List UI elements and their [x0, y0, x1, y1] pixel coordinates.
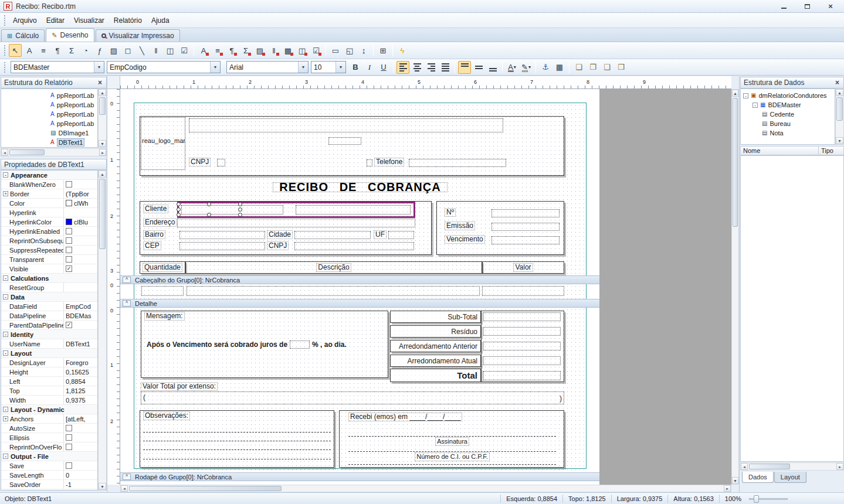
- font-color-button[interactable]: A▾: [506, 61, 518, 74]
- quantidade-header-cell[interactable]: Quantidade: [140, 261, 185, 274]
- property-width[interactable]: Width0,9375: [1, 396, 97, 405]
- shape-tool[interactable]: ◻: [121, 44, 134, 57]
- property-datapipeline[interactable]: DataPipelineBDEMas: [1, 311, 97, 321]
- report-tree-hscrollbar[interactable]: ◂ ▸: [1, 148, 107, 156]
- band-bar-group-header[interactable]: ^ Cabeçalho do Grupo[0]: NrCobranca: [120, 275, 599, 284]
- selection-handle[interactable]: [238, 207, 242, 212]
- scrollbar-thumb[interactable]: [9, 149, 45, 155]
- property-checkbox[interactable]: [66, 228, 72, 234]
- data-field-combo[interactable]: EmpCodigo ▾: [107, 61, 221, 73]
- font-name-combo[interactable]: Arial ▾: [226, 61, 309, 73]
- menu-arquivo[interactable]: Arquivo: [8, 14, 42, 27]
- tab-visualizar-impressao[interactable]: Visualizar Impressao: [96, 29, 180, 42]
- vencimento-label[interactable]: Vencimento: [445, 235, 485, 244]
- tab-calculo[interactable]: ⊞Cálculo: [1, 29, 45, 42]
- cliente-nome2-field[interactable]: [296, 205, 411, 214]
- dbtext-tool[interactable]: A: [197, 44, 210, 57]
- scroll-down-icon[interactable]: ▼: [99, 140, 106, 147]
- property-blankwhenzero[interactable]: BlankWhenZero: [1, 180, 97, 189]
- property-checkbox[interactable]: [66, 434, 72, 441]
- richtext-tool[interactable]: ¶: [51, 44, 64, 57]
- arredondamento-atual-field[interactable]: [483, 356, 561, 365]
- property-saveorder[interactable]: SaveOrder-1: [1, 480, 97, 489]
- property-left[interactable]: Left0,8854: [1, 377, 97, 386]
- scroll-up-icon[interactable]: ▲: [836, 89, 843, 96]
- column-tipo[interactable]: Tipo: [819, 146, 844, 155]
- design-surface[interactable]: reau_logo_mar CNPJ Telefone RECIBO DE CO…: [120, 89, 731, 485]
- expand-icon[interactable]: +: [3, 191, 8, 196]
- arredondamento-atual-cell[interactable]: Arredondamento Atual: [390, 355, 481, 367]
- scroll-up-icon[interactable]: ▲: [732, 90, 738, 97]
- selection-handle[interactable]: [238, 213, 242, 217]
- property-parentdatapipeline[interactable]: ParentDataPipeline✓: [1, 321, 97, 330]
- minimize-button[interactable]: [776, 2, 791, 11]
- valor-extenso-label[interactable]: Valor Total por extenso:: [141, 382, 218, 391]
- close-icon[interactable]: ×: [97, 80, 103, 86]
- dbchart-tool[interactable]: ◫: [296, 44, 309, 57]
- property-resetgroup[interactable]: ResetGroup: [1, 283, 97, 292]
- juros-text-label[interactable]: Após o Vencimento será cobrado juros de: [147, 340, 287, 349]
- selection-handle[interactable]: [238, 202, 242, 206]
- property-hyperlinkcolor[interactable]: HyperlinkColorclBlu: [1, 217, 97, 227]
- scroll-right-icon[interactable]: ▸: [836, 463, 843, 470]
- observacoes-line[interactable]: [143, 432, 331, 433]
- property-group-calculations[interactable]: -Calculations: [1, 274, 97, 283]
- close-icon[interactable]: ×: [834, 80, 840, 86]
- property-group-layout[interactable]: -Layout: [1, 349, 97, 358]
- cep-label[interactable]: CEP: [143, 241, 161, 250]
- valign-top-button[interactable]: [458, 61, 471, 74]
- data-tree-item-dmrelatoriocondutores[interactable]: -▣dmRelatorioCondutores: [741, 91, 835, 100]
- report-tree-item-ppreportlab[interactable]: AppReportLab: [1, 91, 97, 100]
- numero-label[interactable]: Nº: [445, 208, 456, 217]
- emissao-label[interactable]: Emissão: [445, 222, 475, 230]
- company-address-field[interactable]: [328, 137, 361, 145]
- collapse-icon[interactable]: -: [743, 93, 748, 98]
- assinatura-label[interactable]: Assinatura: [435, 437, 469, 446]
- image-tool[interactable]: ▨: [107, 44, 120, 57]
- property-group-output-file[interactable]: -Output - File: [1, 452, 97, 461]
- region-tool[interactable]: ▭: [329, 44, 342, 57]
- toolbar-grip[interactable]: [4, 45, 6, 56]
- band-collapse-icon[interactable]: ^: [123, 300, 131, 307]
- variable-tool[interactable]: ƒ: [93, 44, 106, 57]
- anchor-button[interactable]: ⚓: [539, 61, 552, 74]
- highlight-color-button[interactable]: ✎▾: [520, 61, 533, 74]
- system-variable-tool[interactable]: ◔: [79, 44, 92, 57]
- data-tree-item-bureau[interactable]: ▤Bureau: [741, 119, 835, 128]
- send-to-back-button[interactable]: ❐: [587, 61, 599, 74]
- observacoes-line[interactable]: [143, 449, 331, 450]
- field-list[interactable]: [740, 155, 844, 462]
- scroll-left-icon[interactable]: ◂: [741, 463, 748, 470]
- bairro-label[interactable]: Bairro: [143, 230, 165, 239]
- detail-descricao-field[interactable]: [187, 286, 480, 296]
- chevron-down-icon[interactable]: ▾: [298, 62, 308, 73]
- observacoes-line[interactable]: [143, 459, 331, 459]
- tab-desenho[interactable]: ✎Desenho: [46, 28, 94, 42]
- residuo-field[interactable]: [483, 327, 561, 336]
- company-cnpj-field[interactable]: [217, 159, 225, 166]
- canvas-hscrollbar[interactable]: ◂ ▸: [120, 485, 731, 492]
- property-ellipsis[interactable]: Ellipsis: [1, 433, 97, 442]
- dbmemo-tool[interactable]: ≡: [211, 44, 224, 57]
- cidade-field[interactable]: [294, 231, 371, 239]
- observacoes-line[interactable]: [143, 441, 331, 441]
- font-size-combo[interactable]: 10 ▾: [311, 61, 346, 73]
- cliente-nome-field[interactable]: [181, 205, 283, 214]
- band-bar-detail[interactable]: ^ Detalhe: [120, 299, 599, 308]
- uf-label[interactable]: UF: [374, 230, 387, 239]
- scrollbar-thumb[interactable]: [99, 179, 106, 249]
- data-panel-tab-dados[interactable]: Dados: [742, 472, 774, 483]
- calc-tool[interactable]: Σ: [65, 44, 78, 57]
- align-justify-button[interactable]: [439, 61, 452, 74]
- property-reprintonoverflo[interactable]: ReprintOnOverFlo: [1, 442, 97, 452]
- label-tool[interactable]: A: [23, 44, 36, 57]
- bairro-field[interactable]: [179, 231, 265, 239]
- property-anchors[interactable]: +Anchors[atLeft,: [1, 414, 97, 424]
- ci-cpf-label[interactable]: Número de C.I. ou C.P.F.: [415, 452, 489, 461]
- menu-visualizar[interactable]: Visualizar: [69, 14, 109, 27]
- line-tool[interactable]: ╲: [135, 44, 148, 57]
- dbimage-tool[interactable]: ▨: [253, 44, 266, 57]
- band-bar-group-footer[interactable]: ^ Rodapé do Grupo[0]: NrCobranca: [120, 472, 599, 481]
- selection-handle[interactable]: [177, 213, 181, 217]
- descricao-label[interactable]: Descrição: [316, 263, 351, 272]
